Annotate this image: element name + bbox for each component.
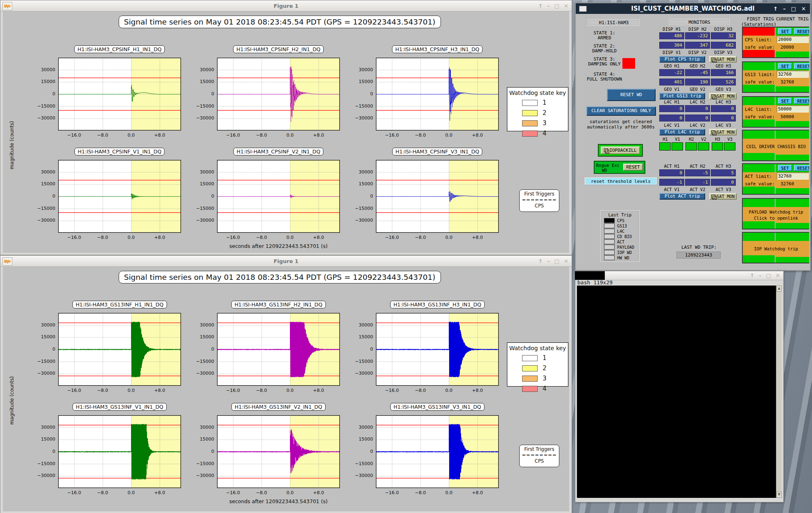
cps-sat-mon-button[interactable]: SAT MON <box>709 56 737 63</box>
first-trig-cell <box>743 199 776 207</box>
close-button[interactable]: ✕ <box>564 259 568 264</box>
binary-state-box <box>659 142 671 151</box>
legend-entry: 4 <box>522 385 568 392</box>
clear-saturations-button[interactable]: CLEAR SATURATIONS ONLY <box>586 106 656 116</box>
maximize-button[interactable]: □ <box>766 273 771 278</box>
set-button[interactable]: SET <box>778 165 792 171</box>
terminal-scrollbar[interactable]: ▲ ▼ <box>776 286 782 498</box>
limit-input[interactable] <box>777 36 809 43</box>
geo-plot-button[interactable]: Plot GS13 trip <box>659 93 705 99</box>
scroll-up-icon[interactable]: ▲ <box>776 286 782 292</box>
first-triggers-line1: First Triggers <box>520 191 559 197</box>
close-button[interactable]: ✕ <box>801 6 806 12</box>
minimize-button[interactable]: – <box>547 259 550 264</box>
figure-ylabel: magnitude (counts) <box>9 121 15 169</box>
window-controls: ↑ – □ ✕ <box>538 0 568 11</box>
first-trig-cell <box>743 130 776 139</box>
waveform-plot <box>217 415 340 488</box>
reset-button[interactable]: RESET <box>794 28 809 34</box>
iopdackill-button[interactable]: IOPDACKILL <box>601 146 640 154</box>
last-trip-indicator <box>604 250 615 255</box>
set-button[interactable]: SET <box>778 63 792 69</box>
reset-button[interactable]: RESET <box>794 98 809 104</box>
l4c-top-label: L4C H2 <box>685 99 710 104</box>
subplot-title: H1:ISI-HAM3_CPSINF_H3_IN1_DQ <box>392 45 482 53</box>
rogue-reset-button[interactable]: RESET <box>623 164 643 171</box>
act-plot-button[interactable]: Plot ACT trip <box>659 193 705 200</box>
maximize-button[interactable]: □ <box>554 259 559 264</box>
reset-wd-button[interactable]: RESET WD <box>607 89 656 101</box>
limit-input[interactable] <box>777 71 809 78</box>
legend-swatch <box>522 130 538 137</box>
y-tick-label: 30000 <box>32 425 55 430</box>
y-tick-label: 0 <box>32 194 55 199</box>
subplot-title: H1:ISI-HAM3_GS13INF_H2_IN1_DQ <box>231 301 326 308</box>
l4c-sat-mon-button[interactable]: SAT MON <box>709 129 737 135</box>
figure-window-bottom-titlebar[interactable]: Figure 1 ↑ – □ ✕ <box>0 256 572 267</box>
trig-banner[interactable]: PAYLOAD Watchdog tripClick to openlink <box>743 207 809 223</box>
reset-button[interactable]: RESET <box>794 63 809 69</box>
cps-top-label: DISP H2 <box>685 27 710 32</box>
limit-input[interactable] <box>777 173 809 180</box>
minimize-button[interactable]: – <box>759 273 762 278</box>
act-top-label: ACT H2 <box>685 164 710 169</box>
window-title: Figure 1 <box>0 3 572 9</box>
x-tick-label: −16.0 <box>222 235 244 240</box>
y-tick-label: 15000 <box>190 334 214 340</box>
minimize-button[interactable]: – <box>783 6 786 12</box>
terminal-black-overlay <box>575 271 605 280</box>
terminal-size-indicator: bash 119x29 <box>577 279 613 286</box>
subplot-axes <box>217 415 340 488</box>
act-sat-mon-button[interactable]: SAT MON <box>709 193 737 200</box>
set-button[interactable]: SET <box>778 98 792 104</box>
shade-button[interactable]: ↑ <box>538 259 543 264</box>
y-tick-label: −30000 <box>32 371 55 376</box>
first-trig-cell <box>743 164 776 172</box>
geo-bottom-label: GEO V1 <box>659 87 684 92</box>
y-tick-label: 30000 <box>349 322 373 328</box>
l4c-value: 0 <box>685 105 710 112</box>
current-trig-header: CURRENT TRIG <box>775 16 809 22</box>
maximize-button[interactable]: □ <box>791 6 796 12</box>
legend-label: 2 <box>543 109 547 117</box>
trig-banner[interactable]: IOP Watchdog trip <box>743 241 809 257</box>
l4c-value: 0 <box>659 105 684 112</box>
close-button[interactable]: ✕ <box>564 3 568 9</box>
limit-label: GS13 limit: <box>745 72 775 77</box>
geo-sat-mon-button[interactable]: SAT MON <box>709 93 737 99</box>
geo-bottom-label: GEO V2 <box>685 87 710 92</box>
cps-sat-mon-label: SAT MON <box>717 57 735 62</box>
binary-state-box <box>672 142 683 151</box>
safe-value-label: safe value: <box>745 79 775 85</box>
close-button[interactable]: ✕ <box>776 273 780 278</box>
related-display-icon <box>711 195 715 198</box>
y-tick-label: −30000 <box>349 218 373 223</box>
shade-button[interactable]: ↑ <box>773 6 778 12</box>
terminal-titlebar[interactable]: ↑ – □ ✕ <box>575 271 783 280</box>
subplot-title: H1:ISI-HAM3_CPSINF_H1_IN1_DQ <box>74 45 165 53</box>
set-button[interactable]: SET <box>778 28 792 34</box>
shade-button[interactable]: ↑ <box>538 3 543 9</box>
x-tick-label: −8.0 <box>250 235 273 240</box>
safe-value: 32760 <box>780 79 794 85</box>
figure-window-top-titlebar[interactable]: Figure 1 ↑ – □ ✕ <box>0 0 572 11</box>
minimize-button[interactable]: – <box>547 3 550 9</box>
subplot-axes <box>376 313 499 386</box>
l4c-plot-button[interactable]: Plot L4C trip <box>659 129 705 135</box>
binary-state-label: V1 <box>672 137 683 142</box>
x-tick-label: 0.0 <box>120 490 142 495</box>
reset-threshold-levels-button[interactable]: reset threshold levels <box>585 178 657 184</box>
watchdog-state-legend: Watchdog state key1234 <box>507 342 568 387</box>
terminal-screen[interactable] <box>577 286 776 498</box>
trig-banner[interactable]: COIL DRIVER CHASSIS BIO <box>743 139 809 155</box>
maximize-button[interactable]: □ <box>554 3 559 9</box>
shade-button[interactable]: ↑ <box>750 273 754 278</box>
reset-button[interactable]: RESET <box>794 165 809 171</box>
epics-window-titlebar[interactable]: ISI_CUST_CHAMBER_WATCHDOG.adl ↑ – □ ✕ <box>576 3 810 14</box>
scroll-down-icon[interactable]: ▼ <box>776 492 782 498</box>
limit-input[interactable] <box>777 106 809 112</box>
x-tick-label: −8.0 <box>409 490 432 495</box>
trig-banner-line: IOP Watchdog trip <box>754 246 798 252</box>
cps-plot-button[interactable]: Plot CPS trip <box>659 56 705 63</box>
device-name-box: H1:ISI-HAM3 <box>588 19 640 26</box>
